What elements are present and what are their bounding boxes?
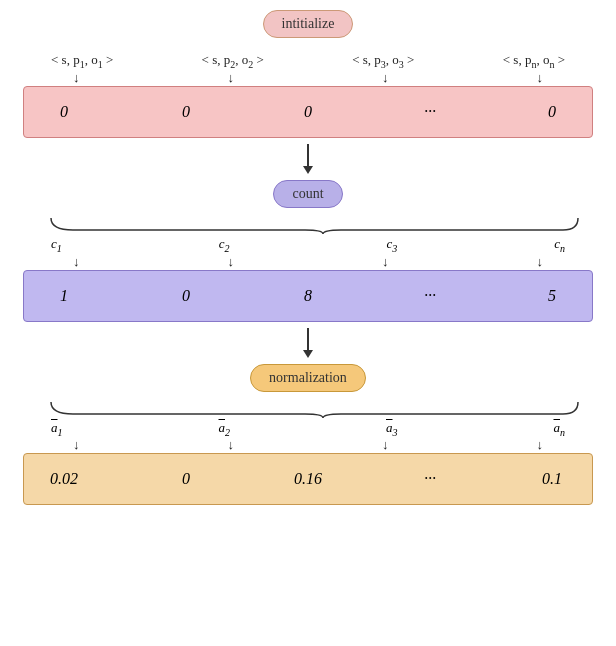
orange-mini-arrow-3: ↓: [382, 437, 389, 453]
initialize-label: intitialize: [263, 10, 354, 38]
orange-cell-1: 0.02: [44, 470, 84, 488]
orange-arrows-row: ↓ ↓ ↓ ↓: [23, 437, 593, 453]
orange-cell-2: 0: [166, 470, 206, 488]
arrow-to-norm: [303, 328, 313, 358]
top-labels-row: < s, p1, o1 > < s, p2, o2 > < s, p3, o3 …: [23, 48, 593, 70]
norm-labels-row: a1 a2 a3 an: [23, 420, 593, 438]
orange-mini-arrow-n: ↓: [537, 437, 544, 453]
blue-mini-arrow-n: ↓: [537, 254, 544, 270]
blue-cell-dots: ···: [410, 287, 450, 305]
orange-mini-arrow-2: ↓: [228, 437, 235, 453]
norm-label-3: a3: [386, 420, 398, 438]
normalization-label: normalization: [250, 364, 366, 392]
pink-cell-dots: ···: [410, 103, 450, 121]
top-label-3: < s, p3, o3 >: [352, 52, 414, 70]
blue-data-box: 1 0 8 ··· 5: [23, 270, 593, 322]
norm-label-1: a1: [51, 420, 63, 438]
count-labels-row: c1 c2 c3 cn: [23, 236, 593, 254]
count-label-n: cn: [554, 236, 565, 254]
pink-arrows-row: ↓ ↓ ↓ ↓: [23, 70, 593, 86]
pink-cell-3: 0: [288, 103, 328, 121]
blue-cell-2: 0: [166, 287, 206, 305]
brace-norm-svg: [23, 400, 593, 420]
normalization-section: normalization: [250, 364, 366, 392]
blue-mini-arrow-2: ↓: [228, 254, 235, 270]
brace-count-svg: [23, 216, 593, 236]
pink-cell-1: 0: [44, 103, 84, 121]
top-label-2: < s, p2, o2 >: [202, 52, 264, 70]
count-section: count: [273, 180, 342, 208]
orange-cell-n: 0.1: [532, 470, 572, 488]
blue-mini-arrow-3: ↓: [382, 254, 389, 270]
orange-cell-dots: ···: [410, 470, 450, 488]
top-label-n: < s, pn, on >: [503, 52, 565, 70]
norm-label-2: a2: [219, 420, 231, 438]
mini-arrow-2: ↓: [228, 70, 235, 86]
orange-data-box: 0.02 0 0.16 ··· 0.1: [23, 453, 593, 505]
blue-cell-n: 5: [532, 287, 572, 305]
norm-label-n: an: [554, 420, 566, 438]
brace-norm: [23, 400, 593, 420]
count-label: count: [273, 180, 342, 208]
blue-cell-3: 8: [288, 287, 328, 305]
count-label-3: c3: [386, 236, 397, 254]
pink-cell-2: 0: [166, 103, 206, 121]
pink-cell-n: 0: [532, 103, 572, 121]
blue-mini-arrow-1: ↓: [73, 254, 80, 270]
diagram: intitialize < s, p1, o1 > < s, p2, o2 > …: [0, 0, 616, 646]
orange-mini-arrow-1: ↓: [73, 437, 80, 453]
mini-arrow-n: ↓: [537, 70, 544, 86]
brace-count: [23, 216, 593, 236]
initialize-section: intitialize: [263, 10, 354, 42]
orange-cell-3: 0.16: [288, 470, 328, 488]
count-label-1: c1: [51, 236, 62, 254]
blue-cell-1: 1: [44, 287, 84, 305]
blue-arrows-row: ↓ ↓ ↓ ↓: [23, 254, 593, 270]
mini-arrow-3: ↓: [382, 70, 389, 86]
pink-data-box: 0 0 0 ··· 0: [23, 86, 593, 138]
arrow-to-count: [303, 144, 313, 174]
count-label-2: c2: [219, 236, 230, 254]
mini-arrow-1: ↓: [73, 70, 80, 86]
top-label-1: < s, p1, o1 >: [51, 52, 113, 70]
